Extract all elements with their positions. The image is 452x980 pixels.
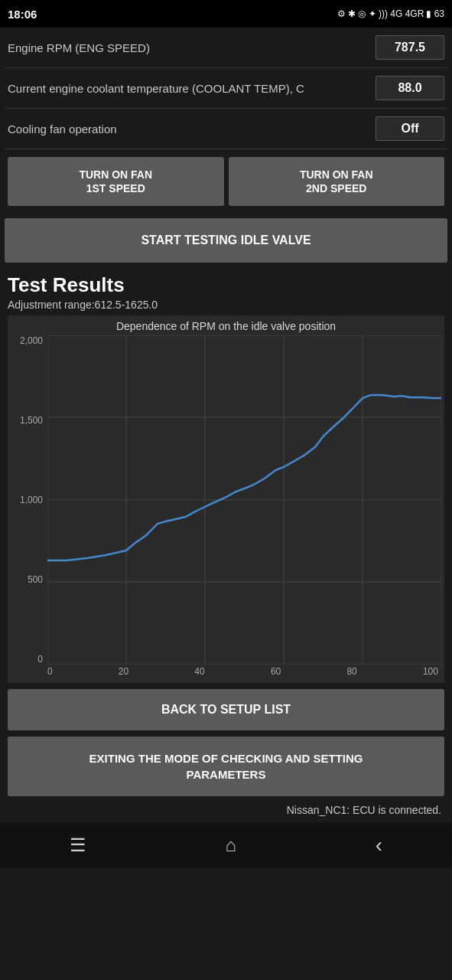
x-label-0: 0: [47, 666, 53, 677]
x-axis: 0 20 40 60 80 100: [11, 666, 441, 677]
x-label-60: 60: [271, 666, 281, 677]
rpm-label: Engine RPM (ENG SPEED): [8, 41, 376, 54]
signal-icons: ◎ ✦ ))) 4G 4GR: [358, 8, 424, 19]
y-label-1000: 1,000: [20, 495, 43, 505]
main-content: Engine RPM (ENG SPEED) 787.5 Current eng…: [0, 28, 452, 818]
y-axis: 2,000 1,500 1,000 500 0: [11, 335, 47, 665]
rpm-curve: [47, 395, 441, 560]
turn-on-fan-2nd-button[interactable]: TURN ON FAN 2ND SPEED: [229, 157, 445, 206]
fan-operation-label: Cooling fan operation: [8, 122, 376, 136]
adjustment-range: Adjustment range:612.5-1625.0: [8, 299, 444, 311]
turn-on-fan-1st-button[interactable]: TURN ON FAN 1ST SPEED: [8, 157, 224, 206]
back-nav-icon[interactable]: ‹: [376, 833, 382, 858]
back-to-setup-list-button[interactable]: BACK TO SETUP LIST: [8, 689, 444, 730]
chart-container: Dependence of RPM on the idle valve posi…: [8, 315, 444, 683]
battery-icon: ▮ 63: [426, 8, 444, 19]
navigation-bar: ☰ ⌂ ‹: [0, 822, 452, 868]
notification-icons: ⚙ ✱: [337, 8, 356, 19]
menu-nav-icon[interactable]: ☰: [70, 835, 86, 856]
y-label-500: 500: [28, 574, 43, 585]
chart-area: [47, 335, 441, 665]
status-icons: ⚙ ✱ ◎ ✦ ))) 4G 4GR ▮ 63: [337, 8, 444, 19]
chart-svg: [47, 335, 441, 665]
status-bar: 18:06 ⚙ ✱ ◎ ✦ ))) 4G 4GR ▮ 63: [0, 0, 452, 28]
x-label-100: 100: [423, 666, 438, 677]
x-label-20: 20: [119, 666, 128, 677]
fan-buttons-row: TURN ON FAN 1ST SPEED TURN ON FAN 2ND SP…: [5, 149, 447, 214]
exit-mode-button[interactable]: EXITING THE MODE OF CHECKING AND SETTING…: [8, 737, 444, 796]
home-nav-icon[interactable]: ⌂: [226, 835, 237, 856]
coolant-value: 88.0: [376, 76, 444, 100]
ecu-status: Nissan_NC1: ECU is connected.: [5, 799, 447, 818]
x-label-80: 80: [346, 666, 356, 677]
coolant-row: Current engine coolant temperature (COOL…: [5, 68, 447, 109]
y-label-2000: 2,000: [20, 335, 43, 346]
rpm-row: Engine RPM (ENG SPEED) 787.5: [5, 28, 447, 68]
chart-wrapper: 2,000 1,500 1,000 500 0: [11, 335, 441, 665]
coolant-label: Current engine coolant temperature (COOL…: [8, 82, 376, 95]
fan-operation-value: Off: [376, 116, 444, 141]
test-results-section: Test Results Adjustment range:612.5-1625…: [5, 270, 447, 311]
fan-operation-row: Cooling fan operation Off: [5, 109, 447, 149]
y-label-0: 0: [37, 654, 43, 665]
start-testing-idle-valve-button[interactable]: START TESTING IDLE VALVE: [5, 218, 447, 263]
status-time: 18:06: [8, 8, 37, 21]
x-label-40: 40: [194, 666, 204, 677]
rpm-value: 787.5: [376, 35, 444, 60]
y-label-1500: 1,500: [20, 415, 43, 426]
chart-title: Dependence of RPM on the idle valve posi…: [11, 320, 441, 332]
test-results-title: Test Results: [8, 273, 444, 297]
bottom-buttons: BACK TO SETUP LIST EXITING THE MODE OF C…: [5, 683, 447, 799]
